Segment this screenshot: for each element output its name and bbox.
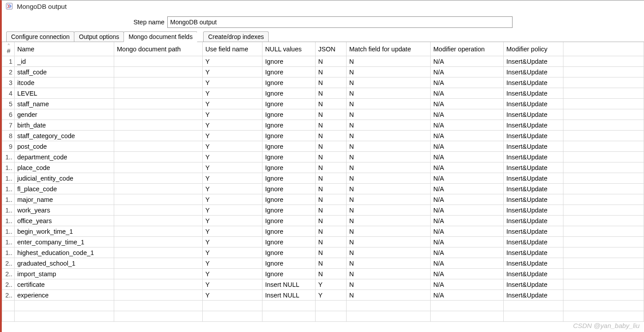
cell-match[interactable]: N xyxy=(347,152,431,162)
cell-match[interactable]: N xyxy=(347,247,431,258)
table-row[interactable]: 1..office_yearsYIgnoreNNN/AInsert&Update xyxy=(2,216,644,226)
cell-null-values[interactable]: Insert NULL xyxy=(262,279,316,290)
cell-path[interactable] xyxy=(114,109,203,120)
cell-null-values[interactable]: Insert NULL xyxy=(262,290,316,301)
cell-name[interactable]: experience xyxy=(15,290,114,301)
cell-empty[interactable] xyxy=(316,311,347,322)
cell-empty[interactable] xyxy=(431,311,504,322)
cell-path[interactable] xyxy=(114,152,203,162)
cell-name[interactable]: gender xyxy=(15,109,114,120)
cell-name[interactable]: birth_date xyxy=(15,120,114,131)
cell-path[interactable] xyxy=(114,258,203,269)
cell-json[interactable]: N xyxy=(316,194,347,205)
cell-empty[interactable] xyxy=(347,311,431,322)
cell-null-values[interactable]: Ignore xyxy=(262,258,316,269)
cell-match[interactable]: N xyxy=(347,109,431,120)
cell-mod-op[interactable]: N/A xyxy=(431,205,504,216)
cell-name[interactable]: _id xyxy=(15,56,114,67)
cell-json[interactable]: N xyxy=(316,216,347,226)
cell-match[interactable]: N xyxy=(347,141,431,152)
cell-mod-policy[interactable]: Insert&Update xyxy=(504,99,563,109)
cell-match[interactable]: N xyxy=(347,194,431,205)
cell-empty[interactable] xyxy=(15,311,114,322)
cell-path[interactable] xyxy=(114,99,203,109)
cell-mod-op[interactable]: N/A xyxy=(431,247,504,258)
cell-mod-policy[interactable]: Insert&Update xyxy=(504,109,563,120)
cell-null-values[interactable]: Ignore xyxy=(262,205,316,216)
cell-json[interactable]: N xyxy=(316,258,347,269)
cell-name[interactable]: itcode xyxy=(15,77,114,88)
cell-use-field[interactable]: Y xyxy=(203,205,262,216)
cell-empty[interactable] xyxy=(203,301,262,311)
cell-path[interactable] xyxy=(114,67,203,77)
cell-path[interactable] xyxy=(114,269,203,279)
cell-match[interactable]: N xyxy=(347,88,431,99)
cell-mod-op[interactable]: N/A xyxy=(431,120,504,131)
cell-match[interactable]: N xyxy=(347,279,431,290)
cell-null-values[interactable]: Ignore xyxy=(262,88,316,99)
cell-json[interactable]: Y xyxy=(316,290,347,301)
cell-match[interactable]: N xyxy=(347,290,431,301)
cell-use-field[interactable]: Y xyxy=(203,99,262,109)
cell-mod-policy[interactable]: Insert&Update xyxy=(504,290,563,301)
cell-mod-policy[interactable]: Insert&Update xyxy=(504,279,563,290)
cell-path[interactable] xyxy=(114,184,203,194)
cell-mod-policy[interactable]: Insert&Update xyxy=(504,173,563,184)
cell-json[interactable]: N xyxy=(316,226,347,237)
cell-mod-op[interactable]: N/A xyxy=(431,173,504,184)
cell-name[interactable]: work_years xyxy=(15,205,114,216)
fields-table[interactable]: ^#NameMongo document pathUse field nameN… xyxy=(2,42,644,322)
cell-mod-policy[interactable]: Insert&Update xyxy=(504,88,563,99)
col-header-mongo-document-path[interactable]: Mongo document path xyxy=(114,42,203,56)
cell-null-values[interactable]: Ignore xyxy=(262,131,316,141)
cell-use-field[interactable]: Y xyxy=(203,173,262,184)
cell-use-field[interactable]: Y xyxy=(203,258,262,269)
cell-json[interactable]: N xyxy=(316,56,347,67)
table-row[interactable]: 3itcodeYIgnoreNNN/AInsert&Update xyxy=(2,77,644,88)
cell-path[interactable] xyxy=(114,88,203,99)
cell-use-field[interactable]: Y xyxy=(203,247,262,258)
table-row[interactable]: 2..certificateYInsert NULLYNN/AInsert&Up… xyxy=(2,279,644,290)
cell-name[interactable]: department_code xyxy=(15,152,114,162)
cell-json[interactable]: N xyxy=(316,88,347,99)
table-row[interactable]: 2staff_codeYIgnoreNNN/AInsert&Update xyxy=(2,67,644,77)
cell-match[interactable]: N xyxy=(347,269,431,279)
cell-null-values[interactable]: Ignore xyxy=(262,194,316,205)
cell-name[interactable]: import_stamp xyxy=(15,269,114,279)
cell-empty[interactable] xyxy=(114,301,203,311)
cell-null-values[interactable]: Ignore xyxy=(262,120,316,131)
cell-mod-policy[interactable]: Insert&Update xyxy=(504,67,563,77)
cell-use-field[interactable]: Y xyxy=(203,88,262,99)
cell-name[interactable]: LEVEL xyxy=(15,88,114,99)
cell-null-values[interactable]: Ignore xyxy=(262,173,316,184)
cell-mod-policy[interactable]: Insert&Update xyxy=(504,184,563,194)
col-header-json[interactable]: JSON xyxy=(316,42,347,56)
cell-use-field[interactable]: Y xyxy=(203,279,262,290)
cell-json[interactable]: N xyxy=(316,99,347,109)
cell-use-field[interactable]: Y xyxy=(203,77,262,88)
table-row[interactable]: 2..graduated_school_1YIgnoreNNN/AInsert&… xyxy=(2,258,644,269)
table-row[interactable]: 4LEVELYIgnoreNNN/AInsert&Update xyxy=(2,88,644,99)
cell-use-field[interactable]: Y xyxy=(203,290,262,301)
cell-path[interactable] xyxy=(114,216,203,226)
cell-empty[interactable] xyxy=(15,301,114,311)
cell-path[interactable] xyxy=(114,120,203,131)
cell-empty[interactable] xyxy=(203,311,262,322)
cell-mod-op[interactable]: N/A xyxy=(431,131,504,141)
cell-path[interactable] xyxy=(114,162,203,173)
cell-match[interactable]: N xyxy=(347,120,431,131)
table-row-empty[interactable] xyxy=(2,301,644,311)
cell-json[interactable]: N xyxy=(316,205,347,216)
cell-json[interactable]: N xyxy=(316,141,347,152)
col-header-modifier-operation[interactable]: Modifier operation xyxy=(431,42,504,56)
table-row[interactable]: 8staff_category_codeYIgnoreNNN/AInsert&U… xyxy=(2,131,644,141)
cell-mod-op[interactable]: N/A xyxy=(431,290,504,301)
cell-match[interactable]: N xyxy=(347,216,431,226)
cell-use-field[interactable]: Y xyxy=(203,162,262,173)
cell-null-values[interactable]: Ignore xyxy=(262,237,316,247)
cell-null-values[interactable]: Ignore xyxy=(262,216,316,226)
col-header-match-field-for-update[interactable]: Match field for update xyxy=(347,42,431,56)
cell-null-values[interactable]: Ignore xyxy=(262,141,316,152)
cell-name[interactable]: graduated_school_1 xyxy=(15,258,114,269)
table-row[interactable]: 9post_codeYIgnoreNNN/AInsert&Update xyxy=(2,141,644,152)
